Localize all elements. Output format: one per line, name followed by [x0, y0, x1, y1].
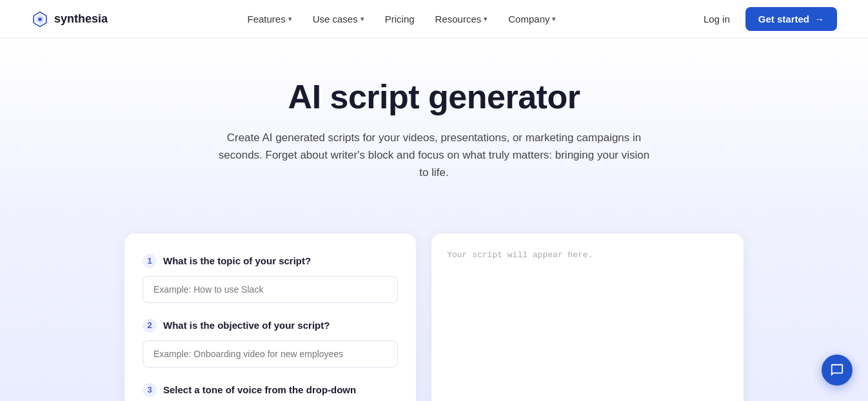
- logo-link[interactable]: synthesia: [31, 10, 108, 28]
- chat-icon: [830, 363, 844, 377]
- nav-center: Features ▾ Use cases ▾ Pricing Resources…: [238, 8, 565, 30]
- form-section-2: 2 What is the objective of your script?: [143, 318, 398, 367]
- chat-bubble-button[interactable]: [822, 355, 853, 386]
- svg-point-0: [38, 17, 42, 21]
- nav-right: Log in Get started →: [696, 7, 837, 31]
- objective-input[interactable]: [143, 340, 398, 367]
- nav-company[interactable]: Company ▾: [499, 8, 565, 30]
- hero-section: AI script generator Create AI generated …: [0, 39, 868, 208]
- get-started-button[interactable]: Get started →: [745, 7, 837, 31]
- use-cases-chevron-icon: ▾: [360, 15, 364, 23]
- hero-subtitle: Create AI generated scripts for your vid…: [215, 129, 653, 182]
- logo-text: synthesia: [54, 12, 108, 26]
- get-started-arrow-icon: →: [814, 14, 824, 24]
- section-3-number: 3: [143, 383, 157, 397]
- section-3-label: 3 Select a tone of voice from the drop-d…: [143, 383, 398, 397]
- main-content: 1 What is the topic of your script? 2 Wh…: [0, 208, 868, 401]
- nav-use-cases[interactable]: Use cases ▾: [304, 8, 373, 30]
- nav-pricing[interactable]: Pricing: [376, 8, 424, 30]
- company-chevron-icon: ▾: [552, 15, 556, 23]
- section-1-number: 1: [143, 254, 157, 268]
- script-output: Your script will appear here.: [447, 249, 728, 262]
- section-2-number: 2: [143, 318, 157, 333]
- section-2-question: What is the objective of your script?: [163, 320, 330, 331]
- hero-title: AI script generator: [15, 77, 853, 116]
- card-container: 1 What is the topic of your script? 2 Wh…: [124, 233, 744, 401]
- left-card: 1 What is the topic of your script? 2 Wh…: [124, 233, 416, 401]
- nav-resources[interactable]: Resources ▾: [426, 8, 497, 30]
- synthesia-logo-icon: [31, 10, 49, 28]
- section-1-question: What is the topic of your script?: [163, 255, 311, 266]
- form-section-1: 1 What is the topic of your script?: [143, 254, 398, 303]
- form-section-3: 3 Select a tone of voice from the drop-d…: [143, 383, 398, 401]
- login-button[interactable]: Log in: [696, 8, 738, 30]
- navbar: synthesia Features ▾ Use cases ▾ Pricing…: [0, 0, 868, 39]
- resources-chevron-icon: ▾: [484, 15, 488, 23]
- section-2-label: 2 What is the objective of your script?: [143, 318, 398, 333]
- topic-input[interactable]: [143, 276, 398, 303]
- features-chevron-icon: ▾: [288, 15, 292, 23]
- nav-features[interactable]: Features ▾: [238, 8, 301, 30]
- section-1-label: 1 What is the topic of your script?: [143, 254, 398, 268]
- right-card: Your script will appear here.: [431, 233, 744, 401]
- section-3-question: Select a tone of voice from the drop-dow…: [163, 384, 356, 395]
